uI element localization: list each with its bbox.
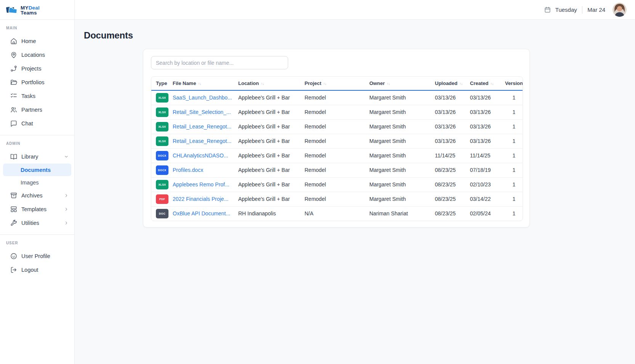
user-avatar[interactable] (613, 3, 627, 17)
cell-version: 1 (505, 177, 523, 192)
sort-icon[interactable]: ↑↓ (261, 82, 264, 86)
cell-location: Applebee's Grill + Bar (238, 105, 305, 119)
sidebar-item-partners[interactable]: Partners (0, 103, 74, 117)
file-name-link[interactable]: CHLAnalyticsNDASO... (173, 152, 228, 159)
file-type-badge: PDF (156, 194, 168, 204)
sidebar-item-user-profile[interactable]: User Profile (0, 249, 74, 263)
cell-owner: Margaret Smith (369, 192, 435, 206)
file-type-badge: XLSX (156, 93, 168, 103)
cell-location: Applebee's Grill + Bar (238, 90, 305, 105)
sidebar-item-label: User Profile (21, 253, 50, 259)
sidebar-item-tasks[interactable]: Tasks (0, 89, 74, 103)
sidebar-item-label: Utilities (21, 220, 39, 226)
sidebar-item-label: Logout (21, 267, 38, 273)
users-icon (10, 106, 18, 114)
table-row: PDF2022 Financials Proje...Applebee's Gr… (151, 192, 523, 206)
cell-project: Remodel (305, 134, 369, 148)
cell-file-name: 2022 Financials Proje... (173, 192, 238, 206)
file-type-badge: DOCX (156, 165, 168, 175)
file-name-link[interactable]: Retail_Site_Selection_... (173, 109, 231, 115)
column-header-owner[interactable]: Owner↑↓ (369, 77, 435, 90)
section-label-admin: ADMIN (0, 135, 74, 150)
search-input[interactable] (151, 56, 288, 69)
sidebar-item-locations[interactable]: Locations (0, 48, 74, 62)
sidebar-item-utilities[interactable]: Utilities (0, 216, 74, 230)
cell-location: Applebee's Grill + Bar (238, 119, 305, 134)
cell-created: 03/14/22 (470, 192, 505, 206)
sidebar-item-chat[interactable]: Chat (0, 117, 74, 130)
sidebar: MYDeal Teams MAIN Home Locations Project… (0, 0, 75, 364)
cell-type: DOCX (151, 148, 173, 163)
column-header-created[interactable]: Created↑↓ (470, 77, 505, 90)
book-icon (10, 153, 18, 160)
cell-created: 02/10/23 (470, 177, 505, 192)
column-header-location[interactable]: Location↑↓ (238, 77, 305, 90)
cell-location: Applebee's Grill + Bar (238, 134, 305, 148)
table-row: DOCXProfiles.docxApplebee's Grill + BarR… (151, 163, 523, 177)
file-name-link[interactable]: Applebees Remo Prof... (173, 181, 229, 188)
brand-name: MYDeal Teams (21, 5, 40, 15)
cell-type: XLSX (151, 177, 173, 192)
app-logo[interactable]: MYDeal Teams (0, 0, 74, 20)
sidebar-item-home[interactable]: Home (0, 34, 74, 48)
cell-file-name: Applebees Remo Prof... (173, 177, 238, 192)
column-header-project[interactable]: Project↑↓ (305, 77, 369, 90)
sort-icon[interactable]: ↑↓ (490, 82, 493, 86)
table-row: XLSXRetail_Site_Selection_...Applebee's … (151, 105, 523, 119)
cell-location: Applebee's Grill + Bar (238, 148, 305, 163)
cell-project: Remodel (305, 192, 369, 206)
wrench-icon (10, 219, 18, 227)
sidebar-subitem-documents[interactable]: Documents (3, 164, 71, 176)
sidebar-item-templates[interactable]: Templates (0, 202, 74, 216)
sort-icon[interactable]: ↑↓ (198, 82, 201, 86)
cell-created: 03/13/26 (470, 105, 505, 119)
sidebar-item-library[interactable]: Library (0, 150, 74, 164)
sort-icon[interactable]: ↑↓ (459, 82, 462, 86)
table-row: XLSXRetail_Lease_Renegot...Applebee's Gr… (151, 119, 523, 134)
sort-icon[interactable]: ↑↓ (386, 82, 390, 86)
route-icon (10, 65, 18, 72)
section-label-user: USER (0, 235, 74, 249)
sort-icon[interactable]: ↑↓ (323, 82, 326, 86)
map-pin-icon (10, 51, 18, 59)
column-header-uploaded[interactable]: Uploaded↑↓ (435, 77, 470, 90)
cell-owner: Margaret Smith (369, 148, 435, 163)
file-name-link[interactable]: OxBlue API Document... (173, 210, 230, 216)
sidebar-item-label: Tasks (21, 93, 35, 99)
cell-owner: Margaret Smith (369, 134, 435, 148)
sidebar-subitem-images[interactable]: Images (0, 176, 74, 189)
file-name-link[interactable]: Retail_Lease_Renegot... (173, 138, 231, 144)
brand-part-3: Teams (21, 10, 40, 15)
column-header-file-name[interactable]: File Name↑↓ (173, 77, 238, 90)
cell-version: 1 (505, 105, 523, 119)
logout-icon (10, 266, 18, 274)
sidebar-item-label: Projects (21, 66, 41, 72)
chevron-down-icon (64, 154, 69, 159)
documents-table-body: XLSXSaaS_Launch_Dashbo...Applebee's Gril… (151, 90, 523, 221)
documents-card: TypeFile Name↑↓Location↑↓Project↑↓Owner↑… (143, 49, 530, 228)
column-label: Project (305, 80, 321, 86)
sidebar-item-projects[interactable]: Projects (0, 62, 74, 75)
calendar-icon (544, 6, 551, 13)
cell-owner: Margaret Smith (369, 177, 435, 192)
cell-owner: Nariman Shariat (369, 206, 435, 221)
sidebar-item-archives[interactable]: Archives (0, 189, 74, 202)
layout-icon (10, 205, 18, 213)
file-name-link[interactable]: Profiles.docx (173, 167, 203, 173)
cell-file-name: CHLAnalyticsNDASO... (173, 148, 238, 163)
cell-version: 1 (505, 206, 523, 221)
sidebar-item-label: Chat (21, 120, 33, 127)
file-name-link[interactable]: Retail_Lease_Renegot... (173, 123, 231, 130)
documents-table: TypeFile Name↑↓Location↑↓Project↑↓Owner↑… (151, 76, 523, 221)
sidebar-item-portfolios[interactable]: Portfolios (0, 75, 74, 89)
column-label: Created (470, 80, 488, 86)
file-name-link[interactable]: 2022 Financials Proje... (173, 196, 228, 202)
column-label: Type (156, 80, 167, 86)
cell-owner: Margaret Smith (369, 90, 435, 105)
cell-uploaded: 08/23/25 (435, 177, 470, 192)
cell-location: RH Indianapolis (238, 206, 305, 221)
file-type-badge: DOCX (156, 151, 168, 160)
file-name-link[interactable]: SaaS_Launch_Dashbo... (173, 95, 232, 101)
checklist-icon (10, 92, 18, 100)
sidebar-item-logout[interactable]: Logout (0, 263, 74, 277)
